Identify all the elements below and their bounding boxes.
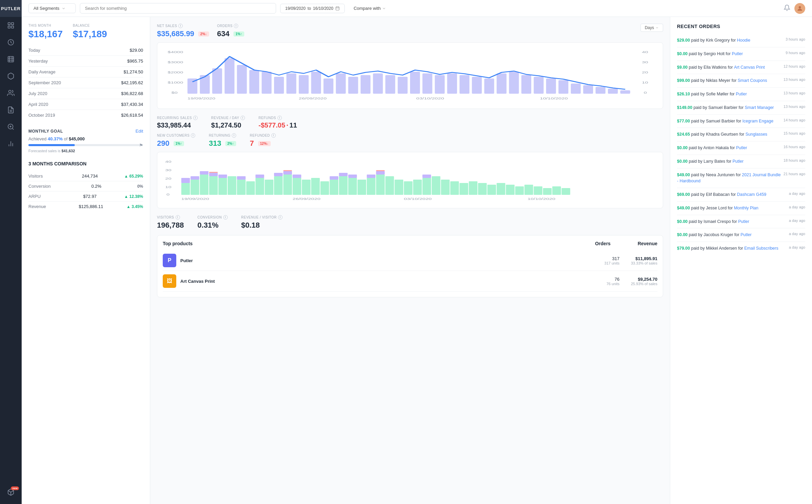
svg-rect-134	[543, 188, 552, 195]
svg-rect-98	[283, 170, 292, 171]
orders-info-icon[interactable]: i	[234, 24, 238, 28]
net-sales-badge: 2%↓	[198, 31, 209, 37]
order-text: $26.10 paid by Sofie Møller for Putler	[677, 91, 781, 97]
col-orders-label: Orders	[595, 241, 611, 246]
svg-rect-77	[181, 178, 190, 183]
goal-title: MONTHLY GOAL	[28, 129, 63, 134]
returning-metric: RETURNING i 313 2%↑	[209, 133, 236, 148]
date-range[interactable]: 19/09/2020 to 16/10/2020	[280, 4, 345, 13]
svg-rect-59	[534, 77, 544, 94]
svg-rect-43	[336, 73, 346, 94]
new-customers-metric: NEW CUSTOMERS i 290 1%↑	[157, 133, 195, 148]
list-item: $79.00 paid by Mikkel Andersen for Email…	[677, 242, 805, 255]
new-customers-badge: 1%↑	[174, 141, 184, 146]
product-name-0: Putler	[180, 258, 588, 263]
bell-icon[interactable]	[784, 4, 790, 12]
table-row: July 2020 $36,822.68	[28, 88, 143, 99]
order-text: $69.00 paid by Elif Babacan for Dashcam …	[677, 191, 786, 198]
net-sales-info-icon[interactable]: i	[178, 24, 183, 28]
order-time: 13 hours ago	[784, 105, 805, 109]
products-icon[interactable]	[0, 68, 22, 85]
svg-rect-42	[323, 78, 333, 94]
svg-rect-60	[546, 78, 556, 94]
list-item: $49.00 paid by Neea Juntunen for 2021 Jo…	[677, 168, 805, 188]
user-avatar[interactable]	[794, 3, 805, 14]
svg-rect-34	[225, 58, 234, 94]
monthly-goal: MONTHLY GOAL Edit Achieved 40.37% of $45…	[28, 129, 143, 153]
sales-icon[interactable]	[0, 34, 22, 51]
conversion-metric: CONVERSION i 0.31%	[198, 215, 228, 230]
list-item: $0.00 paid by Jacobus Kruger for Putler …	[677, 228, 805, 242]
product-orders-1: 76 76 units	[592, 277, 619, 286]
svg-text:19/09/2020: 19/09/2020	[181, 197, 209, 201]
svg-rect-125	[459, 183, 468, 195]
dashboard-icon[interactable]	[0, 17, 22, 34]
analytics-icon[interactable]	[0, 118, 22, 135]
center-panel: NET SALES i $35,685.99 2%↓ ORDERS i	[150, 17, 670, 504]
compare-button[interactable]: Compare with	[349, 4, 391, 13]
order-time: a day ago	[789, 232, 805, 236]
svg-point-20	[799, 6, 801, 8]
svg-rect-90	[246, 181, 255, 195]
svg-rect-61	[559, 80, 568, 94]
refunded-info-icon[interactable]: i	[271, 133, 276, 138]
svg-text:10: 10	[165, 185, 171, 189]
returning-info-icon[interactable]: i	[232, 133, 236, 138]
new-customers-info-icon[interactable]: i	[191, 133, 195, 138]
reports-icon[interactable]	[0, 101, 22, 118]
bottom-stats: VISITORS i 196,788 CONVERSION i 0.31% RE…	[157, 215, 663, 230]
list-item: $77.00 paid by Samuel Barbier for Icegra…	[677, 115, 805, 128]
svg-rect-135	[552, 186, 561, 195]
svg-text:30: 30	[165, 168, 171, 172]
stats-table: Today $29.00 Yesterday $965.75 Daily Ave…	[28, 45, 143, 120]
svg-rect-93	[265, 180, 274, 195]
order-text: $0.00 paid by Jacobus Kruger for Putler	[677, 232, 786, 238]
conversion-info-icon[interactable]: i	[223, 215, 228, 220]
svg-text:40: 40	[642, 50, 648, 54]
days-button[interactable]: Days	[640, 24, 663, 32]
edit-goal-button[interactable]: Edit	[136, 129, 143, 134]
svg-rect-106	[339, 176, 348, 195]
recurring-sales-info-icon[interactable]: i	[193, 116, 198, 120]
svg-rect-57	[509, 72, 519, 94]
table-row: Yesterday $965.75	[28, 56, 143, 67]
svg-rect-101	[302, 180, 311, 195]
goal-pct: 40.37%	[48, 136, 63, 141]
svg-rect-91	[255, 178, 264, 195]
revenue-visitor-info-icon[interactable]: i	[278, 215, 283, 220]
svg-rect-41	[311, 72, 321, 94]
date-from: 19/09/2020	[285, 6, 306, 11]
svg-rect-44	[348, 77, 358, 94]
orders-badge: 1%↑	[233, 31, 244, 37]
order-time: 13 hours ago	[784, 91, 805, 95]
order-text: $149.00 paid by Samuel Barbier for Smart…	[677, 105, 781, 111]
visitors-info-icon[interactable]: i	[176, 215, 180, 220]
table-row: Conversion 0.2% 0%	[28, 181, 143, 191]
orders-icon[interactable]	[0, 51, 22, 68]
svg-text:30: 30	[642, 61, 648, 64]
goal-text: Achieved 40.37% of $45,000	[28, 136, 143, 141]
svg-rect-82	[209, 176, 218, 195]
customers-icon[interactable]	[0, 85, 22, 101]
this-month-label: THIS MONTH	[28, 24, 63, 27]
forecast-value: $41,632	[62, 149, 75, 153]
svg-rect-121	[423, 175, 431, 178]
orders-list: $29.00 paid by Kirk Gregory for Hoodie 3…	[677, 34, 805, 255]
progress-flag-icon: ⚑	[139, 143, 143, 148]
apps-icon[interactable]: new	[0, 484, 22, 501]
svg-rect-63	[583, 85, 593, 94]
svg-rect-55	[484, 78, 494, 94]
marketing-icon[interactable]	[0, 135, 22, 152]
search-input[interactable]	[80, 3, 276, 14]
svg-rect-38	[274, 77, 284, 94]
date-separator: to	[308, 6, 311, 11]
refunds-info-icon[interactable]: i	[277, 116, 282, 120]
svg-rect-122	[432, 176, 441, 195]
order-time: 13 hours ago	[784, 77, 805, 82]
table-row: Daily Average $1,274.50	[28, 67, 143, 77]
revenue-day-info-icon[interactable]: i	[241, 116, 245, 120]
list-item: $9.00 paid by Ella Watkins for Art Canva…	[677, 61, 805, 74]
svg-rect-84	[209, 172, 218, 173]
segment-select[interactable]: All Segments	[28, 3, 76, 13]
svg-text:03/10/2020: 03/10/2020	[404, 197, 432, 201]
